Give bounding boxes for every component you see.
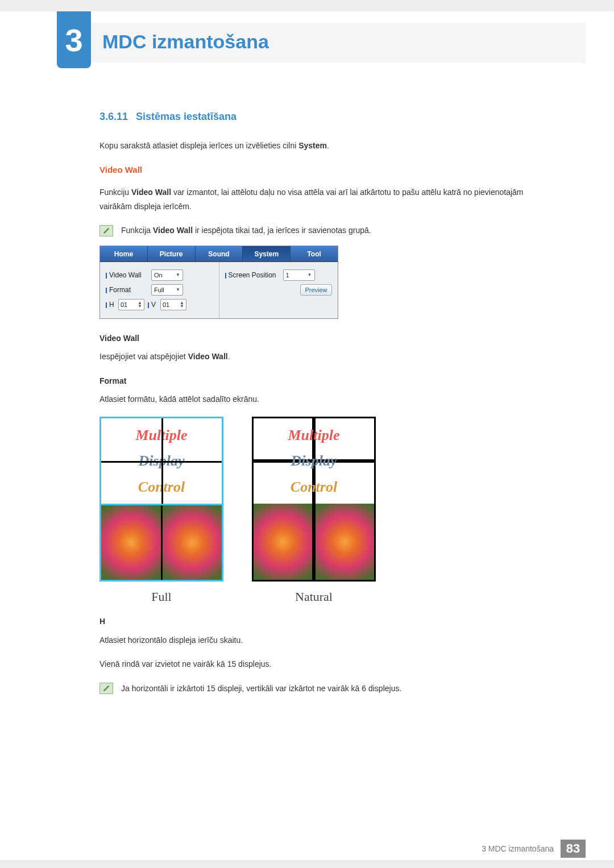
spinner-arrows-icon: ▲▼	[138, 301, 142, 308]
panel-body: Video Wall On ▼ Format Full ▼ H	[100, 262, 338, 318]
diagram-label-2: Display	[139, 448, 185, 474]
video-wall-paragraph: Funkciju Video Wall var izmantot, lai at…	[99, 185, 557, 213]
section-heading: 3.6.11 Sistēmas iestatīšana	[99, 108, 557, 126]
text: Funkcija	[121, 226, 153, 235]
spinner-value: 01	[121, 300, 127, 310]
bottom-strip	[0, 860, 614, 868]
page-number: 83	[561, 840, 586, 858]
diagram-full: Multiple Display Control Full	[99, 417, 223, 608]
footer-text: 3 MDC izmantošana	[482, 844, 554, 853]
subheading-h: H	[99, 614, 557, 629]
tab-sound[interactable]: Sound	[196, 246, 243, 261]
label-screen-position: Screen Position	[225, 269, 280, 281]
select-value: On	[154, 270, 163, 281]
tab-tool[interactable]: Tool	[291, 246, 338, 261]
chapter-title: MDC izmantošana	[102, 11, 269, 53]
content: 3.6.11 Sistēmas iestatīšana Kopu sarakst…	[0, 74, 614, 695]
note-row: Funkcija Video Wall ir iespējota tikai t…	[99, 223, 557, 238]
caption-full: Full	[99, 586, 223, 608]
note-row-h: Ja horizontāli ir izkārtoti 15 displeji,…	[99, 682, 557, 696]
subheading-video-wall: Video Wall	[99, 163, 557, 177]
tab-bar: Home Picture Sound System Tool	[100, 246, 338, 262]
flower-image	[316, 504, 374, 580]
panel-right: Screen Position 1 ▼ Preview	[219, 262, 338, 318]
flower-image	[254, 504, 312, 580]
bold-text: Video Wall	[131, 188, 171, 197]
tab-picture[interactable]: Picture	[148, 246, 196, 261]
page-footer: 3 MDC izmantošana 83	[482, 840, 586, 858]
tab-system[interactable]: System	[243, 246, 291, 261]
text: .	[228, 352, 230, 361]
h-paragraph-2: Vienā rindā var izvietot ne vairāk kā 15…	[99, 657, 557, 671]
spinner-value: 01	[163, 300, 169, 310]
caption-natural: Natural	[252, 586, 376, 608]
section-number: 3.6.11	[99, 111, 128, 122]
diagram-label-1: Multiple	[288, 422, 339, 448]
tab-home[interactable]: Home	[100, 246, 148, 261]
note-icon	[99, 683, 113, 694]
intro-paragraph: Kopu sarakstā atlasiet displeja ierīces …	[99, 139, 557, 153]
note-text-h: Ja horizontāli ir izkārtoti 15 displeji,…	[121, 682, 401, 696]
note-text: Funkcija Video Wall ir iespējota tikai t…	[121, 223, 371, 238]
diagram-label-2: Display	[291, 448, 337, 474]
subheading-video-wall-2: Video Wall	[99, 331, 557, 346]
subheading-format: Format	[99, 374, 557, 388]
select-format[interactable]: Full ▼	[151, 284, 183, 296]
system-panel: Home Picture Sound System Tool Video Wal…	[99, 246, 338, 319]
section-title: Sistēmas iestatīšana	[136, 111, 237, 122]
chapter-badge: 3	[57, 11, 91, 68]
page-header: 3 MDC izmantošana	[0, 11, 614, 74]
label-h: H	[106, 299, 115, 311]
diagram-label-3: Control	[291, 474, 337, 500]
diagram-label-1: Multiple	[135, 422, 187, 448]
select-value: 1	[286, 270, 289, 281]
chevron-down-icon: ▼	[308, 271, 312, 279]
text: Kopu sarakstā atlasiet displeja ierīces …	[99, 141, 298, 150]
diagram-natural: Multiple Display Control Natural	[252, 417, 376, 608]
video-wall-enable-paragraph: Iespējojiet vai atspējojiet Video Wall.	[99, 350, 557, 364]
select-screen-position[interactable]: 1 ▼	[283, 269, 315, 281]
spinner-v[interactable]: 01 ▲▼	[160, 299, 186, 310]
preview-button[interactable]: Preview	[300, 284, 332, 296]
top-strip	[0, 0, 614, 11]
chevron-down-icon: ▼	[176, 271, 180, 279]
text: Funkciju	[99, 188, 131, 197]
label-video-wall: Video Wall	[106, 269, 148, 281]
spinner-arrows-icon: ▲▼	[180, 301, 184, 308]
bold-text: Video Wall	[153, 226, 193, 235]
diagram-label-3: Control	[138, 474, 185, 500]
bold-text: System	[298, 141, 327, 150]
spinner-h[interactable]: 01 ▲▼	[118, 299, 144, 310]
chevron-down-icon: ▼	[176, 286, 180, 294]
panel-left: Video Wall On ▼ Format Full ▼ H	[100, 262, 219, 318]
format-paragraph: Atlasiet formātu, kādā attēlot sadalīto …	[99, 392, 557, 406]
format-diagrams: Multiple Display Control Full Multiple D…	[99, 417, 557, 608]
text: ir iespējota tikai tad, ja ierīces ir sa…	[193, 226, 371, 235]
bold-text: Video Wall	[188, 352, 228, 361]
text: Iespējojiet vai atspējojiet	[99, 352, 188, 361]
flower-image	[163, 505, 222, 580]
note-icon	[99, 225, 113, 236]
label-format: Format	[106, 284, 148, 296]
flower-image	[101, 505, 161, 580]
text: .	[327, 141, 329, 150]
select-value: Full	[154, 285, 164, 296]
label-v: V	[148, 299, 157, 311]
h-paragraph-1: Atlasiet horizontālo displeja ierīču ska…	[99, 633, 557, 647]
select-video-wall[interactable]: On ▼	[151, 269, 183, 281]
